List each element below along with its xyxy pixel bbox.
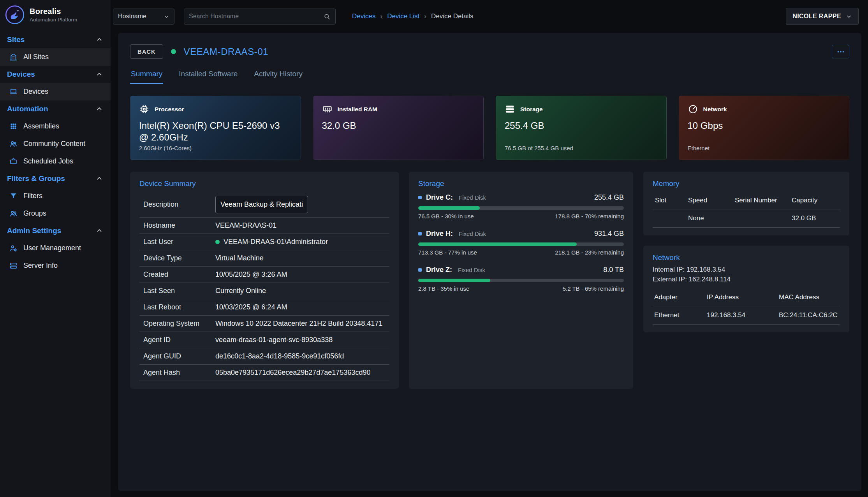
memory-header-capacity: Capacity [789, 192, 840, 209]
sidebar-item-label: Devices [23, 88, 48, 96]
sidebar-item-scheduled-jobs[interactable]: Scheduled Jobs [0, 153, 111, 170]
drive-z-block: Drive Z: Fixed Disk 8.0 TB 2.8 TB - 35% … [418, 266, 624, 292]
breadcrumb-devices[interactable]: Devices [352, 12, 375, 20]
row-label: Operating System [143, 320, 215, 328]
tab-activity-history[interactable]: Activity History [253, 69, 303, 84]
sidebar-section-devices[interactable]: Devices [0, 66, 111, 83]
summary-row-created: Created 10/05/2025 @ 3:26 AM [139, 267, 389, 283]
section-label: Automation [7, 105, 48, 113]
drive-used-text: 76.5 GB - 30% in use [418, 213, 474, 220]
chevron-down-icon [846, 13, 852, 19]
card-label: Storage [520, 106, 543, 113]
sidebar-item-groups[interactable]: Groups [0, 205, 111, 222]
sidebar-section-filters-groups[interactable]: Filters & Groups [0, 170, 111, 187]
summary-row-operating-system: Operating System Windows 10 2022 Datacen… [139, 316, 389, 332]
breadcrumb-current: Device Details [431, 12, 474, 20]
drive-progress-track [418, 242, 624, 246]
drive-stats: 2.8 TB - 35% in use 5.2 TB - 65% remaini… [418, 285, 624, 292]
drive-header: Drive Z: Fixed Disk 8.0 TB [418, 266, 624, 274]
sidebar-item-label: Filters [23, 192, 42, 200]
device-details-container: BACK VEEAM-DRAAS-01 Summary Installed So… [118, 33, 861, 491]
drive-stats: 713.3 GB - 77% in use 218.1 GB - 23% rem… [418, 249, 624, 256]
chevron-down-icon [164, 14, 169, 19]
user-online-dot [215, 240, 220, 244]
row-label: Agent Hash [143, 369, 215, 377]
sidebar-item-server-info[interactable]: Server Info [0, 257, 111, 274]
search-input[interactable] [189, 13, 320, 20]
user-menu-button[interactable]: NICOLE RAPPE [786, 8, 859, 25]
installed-ram-card: Installed RAM 32.0 GB [313, 96, 484, 160]
description-input[interactable] [215, 196, 308, 213]
drive-progress-fill [418, 279, 490, 282]
chevron-up-icon [96, 71, 103, 78]
topbar: Hostname Devices Device List Device Deta… [111, 0, 868, 33]
section-label: Devices [7, 70, 35, 79]
row-value: VEEAM-DRAAS-01 [215, 221, 276, 230]
grid-icon [9, 122, 18, 130]
row-value: Currently Online [215, 287, 266, 295]
summary-row-last-seen: Last Seen Currently Online [139, 283, 389, 299]
device-header: BACK VEEAM-DRAAS-01 [130, 44, 849, 59]
card-label: Processor [155, 106, 184, 113]
summary-row-last-user: Last User VEEAM-DRAAS-01\Administrator [139, 234, 389, 250]
internal-ip-label: Internal IP: [653, 266, 685, 273]
chevron-up-icon [96, 227, 103, 234]
drive-bullet-icon [418, 268, 422, 272]
sidebar-item-label: Server Info [23, 262, 58, 270]
section-label: Sites [7, 35, 25, 44]
sidebar-section-automation[interactable]: Automation [0, 100, 111, 118]
breadcrumb-device-list[interactable]: Device List [387, 12, 419, 20]
last-user-value: VEEAM-DRAAS-01\Administrator [224, 238, 328, 246]
row-label: Hostname [143, 221, 215, 230]
summary-row-device-type: Device Type Virtual Machine [139, 250, 389, 267]
sidebar-section-sites[interactable]: Sites [0, 31, 111, 48]
stat-cards: Processor Intel(R) Xeon(R) CPU E5-2690 v… [130, 96, 849, 160]
breadcrumb-separator-icon [380, 12, 382, 20]
network-panel: Network Internal IP: 192.168.3.54 Extern… [643, 246, 849, 332]
drive-used-text: 2.8 TB - 35% in use [418, 285, 469, 292]
hostname-filter-select[interactable]: Hostname [113, 9, 174, 25]
drive-progress-track [418, 279, 624, 282]
row-label: Last User [143, 238, 215, 246]
back-button[interactable]: BACK [130, 44, 163, 59]
summary-row-agent-hash: Agent Hash 05ba0e7935171d626ecea29b27d7a… [139, 365, 389, 381]
app-name: Borealis [30, 7, 77, 16]
sidebar-item-community-content[interactable]: Community Content [0, 135, 111, 153]
briefcase-icon [9, 157, 18, 165]
network-header-mac: MAC Address [777, 289, 840, 306]
tab-installed-software[interactable]: Installed Software [178, 69, 238, 84]
memory-cell-capacity: 32.0 GB [789, 209, 840, 228]
network-cell-mac: BC:24:11:CA:C6:2C [777, 306, 840, 325]
storage-panel: Storage Drive C: Fixed Disk 255.4 GB 76.… [409, 172, 633, 389]
card-value: 32.0 GB [322, 120, 474, 132]
card-footer: Ethernet [688, 145, 841, 152]
drive-name: Drive Z: [426, 266, 452, 274]
drive-remaining-text: 178.8 GB - 70% remaining [555, 213, 624, 220]
sidebar-item-label: Community Content [23, 140, 85, 148]
drive-bullet-icon [418, 196, 422, 199]
sidebar-item-assemblies[interactable]: Assemblies [0, 118, 111, 135]
tab-summary[interactable]: Summary [130, 69, 163, 84]
laptop-icon [9, 88, 18, 96]
app-logo: Borealis Automation Platform [0, 0, 111, 31]
sidebar-item-all-sites[interactable]: All Sites [0, 48, 111, 66]
search-icon[interactable] [323, 13, 331, 20]
row-value: 05ba0e7935171d626ecea29b27d7ae175363cd90 [215, 369, 370, 377]
memory-panel: Memory Slot Speed Serial Number Capacity… [643, 172, 849, 235]
drive-size: 255.4 GB [594, 193, 624, 202]
panel-title: Storage [418, 179, 624, 188]
summary-row-agent-guid: Agent GUID de16c0c1-8aa2-4d18-9585-9ce91… [139, 348, 389, 365]
more-actions-button[interactable] [832, 45, 849, 58]
sidebar-item-user-management[interactable]: User Management [0, 239, 111, 257]
row-value: Windows 10 2022 Datacenter 21H2 Build 20… [215, 320, 382, 328]
sidebar-item-filters[interactable]: Filters [0, 187, 111, 205]
sidebar-item-label: Scheduled Jobs [23, 157, 73, 165]
network-header-adapter: Adapter [653, 289, 705, 306]
row-value: veeam-draas-01-agent-svc-8930a338 [215, 336, 333, 344]
sidebar-item-devices[interactable]: Devices [0, 83, 111, 100]
card-label: Installed RAM [338, 106, 377, 113]
drive-type: Fixed Disk [459, 230, 486, 237]
drive-name: Drive H: [426, 230, 453, 238]
sidebar-section-admin-settings[interactable]: Admin Settings [0, 222, 111, 239]
drive-progress-fill [418, 206, 480, 210]
